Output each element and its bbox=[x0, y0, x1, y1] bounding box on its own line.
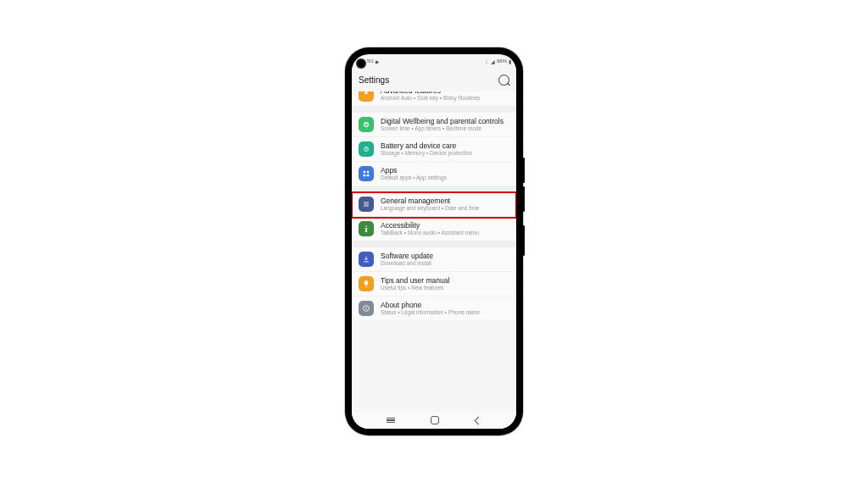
status-net-icon: 5G bbox=[367, 58, 374, 64]
app-header: Settings bbox=[352, 68, 516, 92]
advanced-icon bbox=[359, 92, 374, 102]
svg-point-10 bbox=[365, 225, 367, 227]
nav-recent-button[interactable] bbox=[387, 418, 395, 423]
group-divider bbox=[352, 186, 516, 192]
item-title: Tips and user manual bbox=[381, 276, 449, 285]
svg-rect-7 bbox=[364, 202, 369, 203]
nav-back-button[interactable] bbox=[474, 416, 482, 424]
settings-item-advanced[interactable]: Advanced featuresAndroid Auto • Side key… bbox=[352, 92, 516, 106]
status-battery-text: 98% bbox=[497, 58, 507, 64]
update-icon bbox=[359, 252, 374, 267]
item-subtitle: Useful tips • New features bbox=[381, 285, 449, 291]
item-title: Digital Wellbeing and parental controls bbox=[381, 117, 504, 125]
item-subtitle: Default apps • App settings bbox=[381, 175, 447, 181]
item-subtitle: Language and keyboard • Date and time bbox=[381, 205, 479, 212]
item-title: General management bbox=[381, 197, 479, 205]
wellbeing-icon bbox=[359, 117, 374, 132]
svg-rect-3 bbox=[364, 171, 366, 174]
item-subtitle: Storage • Memory • Device protection bbox=[381, 150, 472, 157]
item-subtitle: Android Auto • Side key • Bixby Routines bbox=[381, 95, 480, 102]
item-title: Software update bbox=[381, 252, 433, 260]
settings-item-general[interactable]: General managementLanguage and keyboard … bbox=[352, 192, 516, 216]
phone-frame: 5G ▶ ⋮ ◢ 98% ▮ Settings Advanced feature… bbox=[345, 47, 523, 435]
svg-rect-4 bbox=[367, 171, 370, 174]
volume-up-button[interactable] bbox=[523, 158, 525, 183]
item-subtitle: Download and install bbox=[381, 260, 433, 267]
svg-rect-8 bbox=[364, 204, 369, 205]
status-signal-icon: ◢ bbox=[491, 58, 495, 64]
settings-item-about[interactable]: About phoneStatus • Legal information • … bbox=[352, 296, 516, 320]
svg-rect-12 bbox=[366, 308, 367, 310]
navigation-bar bbox=[352, 412, 516, 429]
settings-item-a11y[interactable]: AccessibilityTalkBack • Mono audio • Ass… bbox=[352, 216, 516, 241]
svg-point-1 bbox=[365, 124, 367, 125]
item-subtitle: TalkBack • Mono audio • Assistant menu bbox=[381, 230, 479, 236]
item-title: Accessibility bbox=[381, 221, 479, 230]
item-title: About phone bbox=[381, 301, 480, 309]
item-title: Battery and device care bbox=[381, 141, 472, 150]
front-camera bbox=[358, 60, 364, 67]
status-battery-icon: ▮ bbox=[509, 58, 511, 64]
group-divider bbox=[352, 106, 516, 113]
search-icon[interactable] bbox=[498, 75, 509, 86]
status-bar: 5G ▶ ⋮ ◢ 98% ▮ bbox=[352, 54, 516, 68]
settings-list[interactable]: Advanced featuresAndroid Auto • Side key… bbox=[352, 92, 516, 412]
item-subtitle: Screen time • App timers • Bedtime mode bbox=[381, 125, 504, 132]
svg-rect-5 bbox=[364, 175, 366, 177]
page-title: Settings bbox=[359, 75, 389, 85]
settings-item-apps[interactable]: AppsDefault apps • App settings bbox=[352, 161, 516, 186]
status-video-icon: ▶ bbox=[376, 58, 380, 64]
settings-item-wellbeing[interactable]: Digital Wellbeing and parental controlsS… bbox=[352, 113, 516, 136]
item-title: Apps bbox=[381, 166, 447, 175]
nav-home-button[interactable] bbox=[431, 416, 439, 424]
apps-icon bbox=[359, 166, 374, 181]
about-icon bbox=[359, 301, 374, 316]
svg-rect-9 bbox=[364, 206, 369, 207]
group-divider bbox=[352, 241, 516, 247]
item-subtitle: Status • Legal information • Phone name bbox=[381, 309, 480, 316]
screen: 5G ▶ ⋮ ◢ 98% ▮ Settings Advanced feature… bbox=[352, 54, 516, 429]
battery-icon bbox=[359, 141, 374, 157]
settings-item-update[interactable]: Software updateDownload and install bbox=[352, 247, 516, 271]
settings-item-tips[interactable]: Tips and user manualUseful tips • New fe… bbox=[352, 271, 516, 296]
general-icon bbox=[359, 197, 374, 212]
svg-rect-6 bbox=[367, 175, 370, 177]
power-button[interactable] bbox=[523, 225, 525, 256]
tips-icon bbox=[359, 276, 374, 291]
settings-item-battery[interactable]: Battery and device careStorage • Memory … bbox=[352, 136, 516, 161]
svg-rect-13 bbox=[366, 307, 367, 308]
a11y-icon bbox=[359, 221, 374, 236]
status-wifi-icon: ⋮ bbox=[484, 58, 489, 64]
volume-down-button[interactable] bbox=[523, 186, 525, 212]
